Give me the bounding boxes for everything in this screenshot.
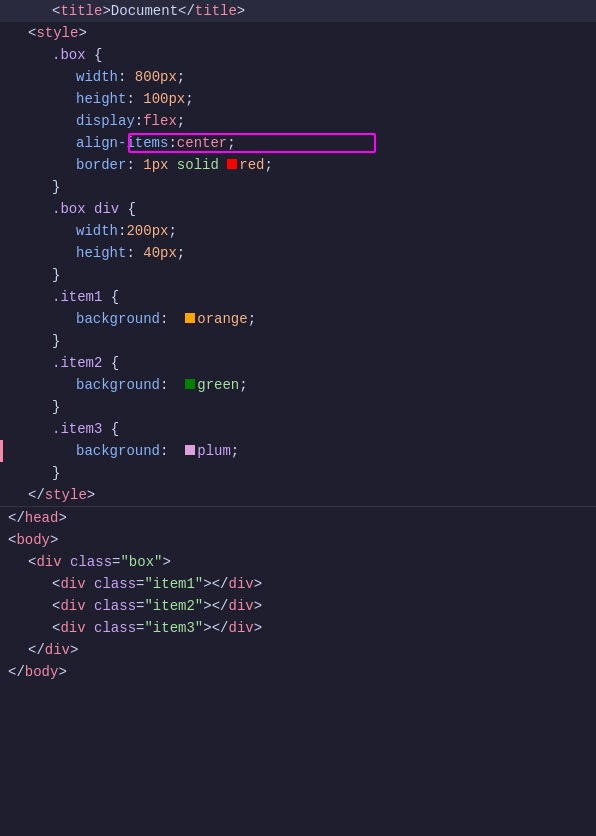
code-token: >: [254, 617, 262, 639]
code-token: {: [102, 418, 119, 440]
code-token: >: [50, 529, 58, 551]
code-token: "box": [120, 551, 162, 573]
color-swatch-icon: [227, 159, 237, 169]
code-line: height: 40px;: [0, 242, 596, 264]
code-line: <div class="item1"></div>: [0, 573, 596, 595]
code-token: [86, 595, 94, 617]
code-token: orange: [197, 308, 247, 330]
code-token: :: [135, 110, 143, 132]
code-token: div: [228, 573, 253, 595]
code-token: <: [52, 573, 60, 595]
code-token: border: [76, 154, 126, 176]
code-line: .item2 {: [0, 352, 596, 374]
code-token: class: [94, 595, 136, 617]
code-token: .box div: [52, 198, 119, 220]
code-token: .box: [52, 44, 86, 66]
code-token: :: [118, 66, 135, 88]
code-token: :: [160, 374, 185, 396]
code-token: <: [28, 551, 36, 573]
code-token: green: [197, 374, 239, 396]
code-token: ;: [248, 308, 256, 330]
code-token: {: [102, 352, 119, 374]
code-token: =: [136, 573, 144, 595]
code-token: ;: [239, 374, 247, 396]
code-token: ;: [264, 154, 272, 176]
code-token: ;: [177, 110, 185, 132]
code-token: <: [28, 22, 36, 44]
code-line: <div class="item2"></div>: [0, 595, 596, 617]
code-token: ;: [227, 132, 235, 154]
code-token: div: [228, 595, 253, 617]
code-token: ></: [203, 617, 228, 639]
code-token: </: [8, 507, 25, 529]
code-token: display: [76, 110, 135, 132]
code-token: plum: [197, 440, 231, 462]
code-line: <body>: [0, 529, 596, 551]
code-token: 1px: [143, 154, 168, 176]
code-token: </: [28, 484, 45, 506]
code-token: div: [45, 639, 70, 661]
code-token: "item1": [144, 573, 203, 595]
code-token: ></: [203, 573, 228, 595]
code-token: :: [118, 220, 126, 242]
code-token: div: [36, 551, 61, 573]
code-line: background: green;: [0, 374, 596, 396]
code-token: ;: [231, 440, 239, 462]
code-token: :: [160, 440, 185, 462]
code-token: {: [86, 44, 103, 66]
code-line: background: plum;: [0, 440, 596, 462]
code-token: <: [52, 617, 60, 639]
code-token: >: [162, 551, 170, 573]
code-token: [86, 573, 94, 595]
code-token: <: [52, 595, 60, 617]
code-token: =: [136, 617, 144, 639]
code-line: background: orange;: [0, 308, 596, 330]
code-token: }: [52, 396, 60, 418]
code-token: .item3: [52, 418, 102, 440]
code-token: head: [25, 507, 59, 529]
code-token: >: [87, 484, 95, 506]
code-line: </style>: [0, 484, 596, 506]
code-token: div: [228, 617, 253, 639]
code-token: [62, 551, 70, 573]
code-token: <: [8, 529, 16, 551]
code-token: </: [8, 661, 25, 683]
code-token: {: [102, 286, 119, 308]
code-token: body: [25, 661, 59, 683]
code-token: background: [76, 374, 160, 396]
code-token: div: [60, 617, 85, 639]
code-token: class: [94, 617, 136, 639]
code-line: border: 1px solid red;: [0, 154, 596, 176]
code-line: </body>: [0, 661, 596, 683]
code-token: ;: [185, 88, 193, 110]
code-token: background: [76, 308, 160, 330]
code-line: }: [0, 264, 596, 286]
code-token: <: [52, 0, 60, 22]
code-token: class: [94, 573, 136, 595]
code-token: "item2": [144, 595, 203, 617]
code-token: 100px: [143, 88, 185, 110]
code-line: width:200px;: [0, 220, 596, 242]
code-line: width: 800px;: [0, 66, 596, 88]
code-token: ;: [177, 242, 185, 264]
code-line: </div>: [0, 639, 596, 661]
code-token: ;: [168, 220, 176, 242]
code-line: <style>: [0, 22, 596, 44]
code-token: =: [112, 551, 120, 573]
code-token: red: [239, 154, 264, 176]
code-token: :: [168, 132, 176, 154]
code-token: height: [76, 242, 126, 264]
code-token: 40px: [143, 242, 177, 264]
code-token: body: [16, 529, 50, 551]
code-token: =: [136, 595, 144, 617]
code-token: 800px: [135, 66, 177, 88]
code-token: title: [60, 0, 102, 22]
code-token: .item1: [52, 286, 102, 308]
code-line: .item1 {: [0, 286, 596, 308]
code-line: <div class="item3"></div>: [0, 617, 596, 639]
color-swatch-icon: [185, 379, 195, 389]
code-line: <title>Document</title>: [0, 0, 596, 22]
code-token: div: [60, 573, 85, 595]
code-line: display:flex;: [0, 110, 596, 132]
color-swatch-icon: [185, 445, 195, 455]
